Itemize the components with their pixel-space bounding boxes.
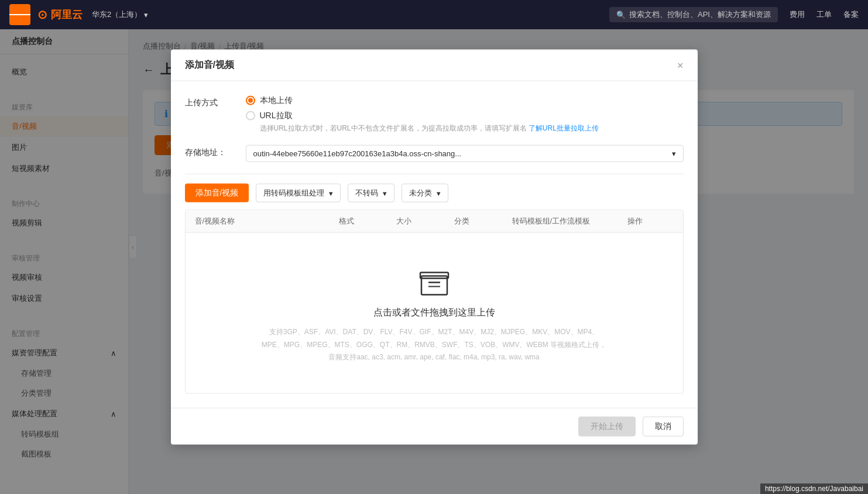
radio-group: 本地上传 URL拉取 [246, 95, 684, 121]
radio-url-label: URL拉取 [260, 111, 293, 121]
file-table-header: 音/视频名称 格式 大小 分类 转码模板组/工作流模板 操作 [186, 210, 683, 233]
storage-value: outin-44ebee75660e11eb97c200163e1a3b4a.o… [253, 149, 462, 158]
add-file-button[interactable]: 添加音/视频 [185, 184, 249, 203]
storage-content: outin-44ebee75660e11eb97c200163e1a3b4a.o… [246, 145, 684, 162]
radio-url-pull[interactable]: URL拉取 [246, 111, 684, 121]
modal-body: 上传方式 本地上传 URL拉取 选择URL拉取方式时，若URL中不包含文件扩展名… [171, 81, 698, 408]
category-select[interactable]: 未分类 ▾ [402, 184, 448, 203]
col-format: 格式 [339, 216, 397, 227]
top-nav: ⊙ 阿里云 华东2（上海） ▾ 🔍 搜索文档、控制台、API、解决方案和资源 费… [0, 0, 868, 29]
search-icon: 🔍 [616, 11, 626, 19]
nav-item-cost[interactable]: 费用 [790, 9, 805, 20]
region-selector[interactable]: 华东2（上海） ▾ [92, 9, 148, 20]
upload-method-label: 上传方式 [185, 95, 232, 108]
nav-item-ticket[interactable]: 工单 [816, 9, 832, 20]
storage-arrow: ▾ [672, 149, 676, 158]
nav-search[interactable]: 🔍 搜索文档、控制台、API、解决方案和资源 [609, 7, 778, 22]
modal-close-button[interactable]: × [677, 60, 684, 70]
upload-icon [416, 262, 453, 300]
radio-local-upload[interactable]: 本地上传 [246, 95, 684, 106]
drop-zone[interactable]: 点击或者文件拖拽到这里上传 支持3GP、ASF、AVI、DAT、DV、FLV、F… [186, 233, 683, 393]
category-label: 未分类 [409, 188, 432, 198]
region-text: 华东2（上海） [92, 9, 142, 20]
modal-header: 添加音/视频 × [171, 50, 698, 81]
search-placeholder: 搜索文档、控制台、API、解决方案和资源 [629, 9, 771, 20]
menu-button[interactable] [9, 4, 30, 25]
col-name: 音/视频名称 [195, 216, 339, 227]
divider [185, 174, 684, 174]
upload-controls: 添加音/视频 用转码模板组处理 ▾ 不转码 ▾ 未分类 ▾ [185, 184, 684, 203]
col-category: 分类 [454, 216, 512, 227]
radio-url-circle [246, 111, 255, 121]
add-av-modal: 添加音/视频 × 上传方式 本地上传 URL拉取 选择URL拉取方式时， [171, 50, 698, 445]
col-size: 大小 [396, 216, 454, 227]
transcoding-arrow: ▾ [329, 188, 333, 197]
upload-method-row: 上传方式 本地上传 URL拉取 选择URL拉取方式时，若URL中不包含文件扩展名… [185, 95, 684, 133]
storage-row: 存储地址： outin-44ebee75660e11eb97c200163e1a… [185, 145, 684, 162]
storage-select[interactable]: outin-44ebee75660e11eb97c200163e1a3b4a.o… [246, 145, 684, 162]
category-arrow: ▾ [437, 188, 441, 197]
logo-text: 阿里云 [51, 8, 83, 22]
logo: ⊙ 阿里云 [37, 8, 83, 22]
url-hint-text: 选择URL拉取方式时，若URL中不包含文件扩展名，为提高拉取成功率，请填写扩展名 [260, 124, 527, 132]
url-hint: 选择URL拉取方式时，若URL中不包含文件扩展名，为提高拉取成功率，请填写扩展名… [260, 124, 684, 133]
transcode-option-arrow: ▾ [383, 188, 387, 197]
drop-title: 点击或者文件拖拽到这里上传 [373, 307, 495, 319]
transcoding-select[interactable]: 用转码模板组处理 ▾ [256, 184, 341, 203]
file-table: 音/视频名称 格式 大小 分类 转码模板组/工作流模板 操作 [185, 210, 684, 394]
radio-local-label: 本地上传 [260, 95, 293, 106]
cancel-button[interactable]: 取消 [643, 416, 684, 436]
start-upload-button[interactable]: 开始上传 [578, 416, 636, 436]
modal-footer: 开始上传 取消 [171, 407, 698, 444]
bottom-url: https://blog.csdn.net/Javabaibai [760, 483, 868, 494]
region-arrow: ▾ [144, 11, 148, 19]
nav-item-icp[interactable]: 备案 [843, 9, 859, 20]
transcode-option-select[interactable]: 不转码 ▾ [348, 184, 394, 203]
modal-title: 添加音/视频 [185, 59, 234, 71]
storage-label: 存储地址： [185, 145, 232, 158]
upload-method-content: 本地上传 URL拉取 选择URL拉取方式时，若URL中不包含文件扩展名，为提高拉… [246, 95, 684, 133]
col-action: 操作 [627, 216, 674, 227]
drop-formats: 支持3GP、ASF、AVI、DAT、DV、FLV、F4V、GIF、M2T、M4V… [259, 326, 610, 364]
nav-actions: 费用 工单 备案 [790, 9, 859, 20]
col-transcode: 转码模板组/工作流模板 [512, 216, 627, 227]
transcoding-label: 用转码模板组处理 [263, 188, 324, 198]
transcode-option-label: 不转码 [355, 188, 378, 198]
radio-local-circle [246, 96, 255, 105]
logo-icon: ⊙ [37, 8, 47, 22]
url-hint-link[interactable]: 了解URL批量拉取上传 [529, 124, 599, 132]
